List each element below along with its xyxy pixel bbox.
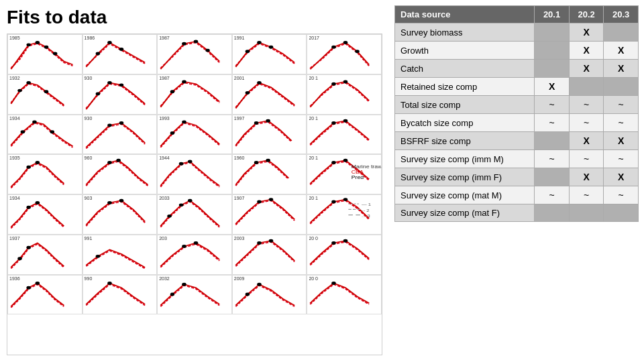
row-cell bbox=[569, 204, 604, 222]
svg-point-20 bbox=[107, 81, 112, 84]
row-cell bbox=[604, 204, 639, 222]
svg-point-28 bbox=[21, 130, 25, 133]
svg-point-39 bbox=[26, 166, 31, 169]
svg-point-32 bbox=[119, 121, 123, 125]
svg-point-9 bbox=[205, 49, 210, 52]
svg-point-37 bbox=[332, 121, 337, 125]
table-row: Bycatch size comp~~~ bbox=[395, 114, 639, 132]
left-panel: Fits to data 1985 1986 bbox=[0, 0, 389, 362]
row-cell: X bbox=[569, 168, 604, 186]
chart-cell: 2017 bbox=[307, 34, 382, 74]
chart-cell: 20 1 bbox=[307, 74, 382, 115]
chart-cell: 20 0 bbox=[307, 235, 382, 275]
svg-text:... 3: ... 3 bbox=[362, 214, 370, 218]
table-row: CatchXX bbox=[395, 60, 639, 78]
svg-point-55 bbox=[119, 199, 123, 202]
table-row: Survey size comp (imm M)~~~ bbox=[395, 150, 639, 168]
table-row: Total size comp~~~ bbox=[395, 96, 639, 114]
row-cell: ~ bbox=[604, 96, 639, 114]
chart-cell: 1997 bbox=[232, 115, 307, 155]
svg-point-36 bbox=[266, 119, 270, 122]
page-title: Fits to data bbox=[7, 7, 382, 28]
svg-point-0 bbox=[26, 43, 31, 46]
data-source-table: Data source 20.1 20.2 20.3 Survey biomas… bbox=[394, 5, 639, 222]
row-cell bbox=[535, 132, 570, 150]
svg-point-30 bbox=[50, 130, 54, 133]
chart-cell: 1944 bbox=[157, 154, 232, 194]
chart-cell: 203 bbox=[157, 235, 232, 275]
svg-point-59 bbox=[257, 200, 262, 203]
row-cell: ~ bbox=[604, 114, 639, 132]
chart-cell: 2009 bbox=[232, 275, 307, 315]
svg-point-31 bbox=[107, 123, 112, 127]
chart-cell: 1937 bbox=[7, 235, 83, 275]
svg-point-35 bbox=[254, 121, 259, 125]
chart-cell: 903 bbox=[83, 194, 158, 235]
svg-point-76 bbox=[332, 241, 337, 245]
svg-point-14 bbox=[343, 41, 348, 44]
chart-cell: 1907 bbox=[232, 194, 307, 235]
row-cell bbox=[535, 60, 570, 78]
row-cell: X bbox=[569, 60, 604, 78]
svg-point-46 bbox=[266, 159, 270, 162]
chart-cell: 930 bbox=[83, 74, 158, 115]
svg-point-10 bbox=[245, 50, 250, 53]
row-cell bbox=[535, 204, 570, 222]
svg-point-77 bbox=[343, 239, 348, 243]
row-cell: ~ bbox=[604, 150, 639, 168]
svg-point-12 bbox=[268, 46, 273, 49]
table-row: Survey biomassX bbox=[395, 23, 639, 42]
svg-point-72 bbox=[182, 245, 186, 248]
svg-point-22 bbox=[182, 80, 186, 83]
svg-point-53 bbox=[36, 201, 40, 204]
svg-point-74 bbox=[257, 241, 262, 245]
svg-point-82 bbox=[182, 282, 186, 286]
row-cell: ~ bbox=[604, 186, 639, 204]
row-label: Retained size comp bbox=[395, 78, 535, 96]
row-cell: ~ bbox=[569, 150, 604, 168]
svg-point-80 bbox=[107, 282, 112, 285]
table-row: Survey size comp (mat M)~~~ bbox=[395, 186, 639, 204]
svg-point-18 bbox=[44, 90, 49, 93]
svg-point-57 bbox=[188, 199, 193, 202]
svg-point-69 bbox=[26, 245, 31, 249]
col-header-20-1: 20.1 bbox=[535, 6, 570, 23]
chart-cell: 20 1 Marine trawler CBA Pred bbox=[307, 154, 382, 194]
row-label: Survey size comp (mat F) bbox=[395, 204, 535, 222]
svg-text:— 1: — 1 bbox=[362, 202, 371, 206]
row-cell bbox=[604, 78, 639, 96]
chart-cell: 20 0 bbox=[307, 275, 382, 315]
chart-area: 1985 1986 1987 bbox=[7, 34, 382, 355]
chart-cell: 990 bbox=[83, 275, 158, 315]
svg-point-34 bbox=[182, 120, 186, 123]
col-header-source: Data source bbox=[395, 6, 535, 23]
svg-point-23 bbox=[170, 90, 175, 93]
svg-point-73 bbox=[194, 241, 199, 245]
row-cell bbox=[535, 168, 570, 186]
chart-cell: 1985 bbox=[7, 34, 83, 74]
row-label: Survey size comp (imm F) bbox=[395, 168, 535, 186]
svg-point-62 bbox=[343, 198, 348, 201]
svg-point-83 bbox=[245, 292, 250, 296]
chart-cell: 1960 bbox=[232, 154, 307, 194]
chart-cell: 2003 bbox=[232, 235, 307, 275]
row-cell: ~ bbox=[535, 186, 570, 204]
svg-point-26 bbox=[332, 82, 337, 85]
row-label: Survey biomass bbox=[395, 23, 535, 42]
row-cell: X bbox=[569, 132, 604, 150]
svg-point-38 bbox=[343, 119, 348, 122]
row-cell bbox=[535, 42, 570, 60]
chart-cell: 2032 bbox=[157, 275, 232, 315]
svg-point-85 bbox=[332, 282, 337, 285]
svg-point-1 bbox=[36, 41, 40, 44]
chart-cell: 1986 bbox=[83, 34, 158, 74]
row-cell: X bbox=[569, 42, 604, 60]
chart-cell: 1991 bbox=[232, 34, 307, 74]
svg-point-71 bbox=[95, 255, 100, 258]
svg-point-54 bbox=[107, 201, 112, 204]
row-cell: X bbox=[569, 23, 604, 42]
row-cell bbox=[569, 78, 604, 96]
svg-point-33 bbox=[170, 131, 175, 134]
svg-text:Pred: Pred bbox=[352, 176, 364, 181]
svg-text:Marine trawler: Marine trawler bbox=[352, 164, 381, 170]
